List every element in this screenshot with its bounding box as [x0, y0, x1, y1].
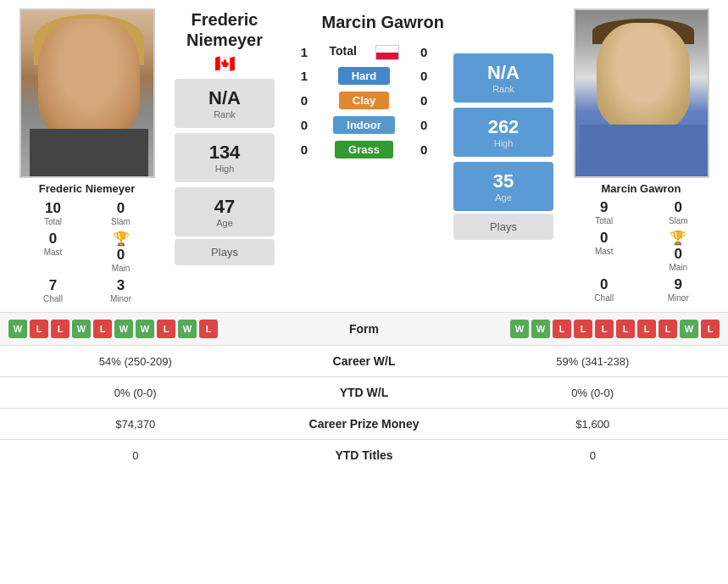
- form-badge: L: [595, 320, 614, 338]
- form-badge: L: [93, 320, 112, 338]
- grass-surface-label: Grass: [318, 141, 410, 159]
- form-badge: L: [616, 320, 635, 338]
- right-stat-cards: N/A Rank 262 High 35 Age Plays: [444, 8, 563, 303]
- form-badge: L: [30, 320, 48, 338]
- left-trophy-icon: 🏆: [113, 231, 130, 247]
- form-label: Form: [349, 322, 379, 336]
- form-badge: W: [510, 320, 529, 338]
- ytd-wl-row: 0% (0-0) YTD W/L 0% (0-0): [0, 376, 728, 408]
- form-badge: L: [659, 320, 677, 338]
- left-stats-grid: 10 Total 0 Slam 0 Mast 🏆 0 Main: [21, 200, 153, 303]
- right-high-card: 262 High: [453, 108, 553, 157]
- form-badge: W: [680, 320, 698, 338]
- form-badge: L: [199, 320, 218, 338]
- right-player-col: Marcin Gawron 9 Total 0 Slam 0 Mast: [563, 8, 720, 303]
- form-badge: L: [553, 320, 571, 338]
- left-career-wl: 54% (250-209): [0, 347, 271, 376]
- left-form-badges: WLLWLWWLWL: [8, 320, 218, 338]
- form-badge: W: [8, 320, 27, 338]
- left-ytd-wl: 0% (0-0): [0, 378, 271, 408]
- left-player-photo: [19, 8, 155, 178]
- left-stat-cards: Frederic Niemeyer 🇨🇦 N/A Rank 134 High 4…: [165, 8, 284, 303]
- right-player-photo: [574, 8, 709, 178]
- left-ytd-titles: 0: [0, 441, 271, 470]
- left-age-card: 47 Age: [175, 187, 275, 236]
- total-label: Total: [318, 44, 410, 60]
- indoor-surface-label: Indoor: [318, 116, 410, 134]
- left-slam-stat: 0 Slam: [89, 200, 153, 226]
- right-career-wl: 59% (341-238): [458, 347, 729, 376]
- left-chall-stat: 7 Chall: [21, 277, 85, 303]
- left-high-card: 134 High: [175, 133, 275, 182]
- left-mast-stat: 0 Mast: [21, 231, 85, 273]
- career-wl-label: Career W/L: [271, 346, 458, 376]
- form-badge: W: [72, 320, 91, 338]
- career-prize-row: $74,370 Career Prize Money $1,600: [0, 408, 728, 439]
- left-player-big-name: Frederic Niemeyer: [186, 9, 263, 50]
- right-age-card: 35 Age: [453, 162, 553, 211]
- match-clay-row: 0 Clay 0: [284, 88, 444, 113]
- main-layout: Frederic Niemeyer 10 Total 0 Slam 0 Mast: [0, 0, 728, 470]
- form-row: WLLWLWWLWL Form WWLLLLLLWL: [0, 312, 728, 345]
- ytd-titles-label: YTD Titles: [271, 440, 458, 470]
- form-badge: W: [136, 320, 154, 338]
- clay-surface-label: Clay: [318, 92, 410, 109]
- right-ytd-titles: 0: [458, 441, 729, 470]
- right-minor-stat: 9 Minor: [643, 276, 714, 303]
- left-total-stat: 10 Total: [21, 200, 85, 226]
- career-wl-row: 54% (250-209) Career W/L 59% (341-238): [0, 345, 728, 376]
- right-trophy-icon: 🏆: [670, 230, 686, 246]
- form-badge: L: [637, 320, 656, 338]
- form-badge: L: [157, 320, 175, 338]
- header-row: Frederic Niemeyer 10 Total 0 Slam 0 Mast: [0, 0, 728, 312]
- form-badge: W: [531, 320, 550, 338]
- right-ytd-wl: 0% (0-0): [458, 378, 729, 408]
- center-col: Marcin Gawron 1 Total 0 1 Hard: [284, 8, 444, 303]
- left-player-name-below: Frederic Niemeyer: [39, 182, 135, 195]
- right-player-center-name: Marcin Gawron: [322, 13, 444, 32]
- form-badge: L: [51, 320, 69, 338]
- match-hard-row: 1 Hard 0: [284, 64, 444, 88]
- right-stats-grid: 9 Total 0 Slam 0 Mast 🏆 0 Main: [570, 199, 714, 303]
- left-career-prize: $74,370: [0, 409, 271, 439]
- right-total-stat: 9 Total: [570, 199, 640, 225]
- left-plays-card: Plays: [175, 239, 275, 265]
- left-flag: 🇨🇦: [214, 53, 236, 74]
- right-form-badges: WWLLLLLLWL: [510, 320, 720, 338]
- match-total-row: 1 Total 0: [284, 41, 444, 64]
- ytd-wl-label: YTD W/L: [271, 377, 458, 408]
- hard-surface-label: Hard: [318, 67, 410, 85]
- form-badge: W: [178, 320, 197, 338]
- form-badge: L: [574, 320, 592, 338]
- right-rank-card: N/A Rank: [453, 53, 553, 103]
- form-badge: L: [701, 320, 720, 338]
- right-slam-stat: 0 Slam: [643, 199, 714, 225]
- right-main-stat: 🏆 0 Main: [643, 230, 714, 272]
- right-mast-stat: 0 Mast: [570, 230, 640, 272]
- right-career-prize: $1,600: [458, 409, 729, 439]
- ytd-titles-row: 0 YTD Titles 0: [0, 439, 728, 470]
- right-player-name-below: Marcin Gawron: [602, 182, 681, 195]
- match-header: Marcin Gawron: [284, 8, 444, 41]
- right-plays-card: Plays: [453, 214, 553, 240]
- right-chall-stat: 0 Chall: [570, 276, 640, 303]
- match-indoor-row: 0 Indoor 0: [284, 113, 444, 137]
- poland-flag-icon: [375, 45, 399, 60]
- left-player-col: Frederic Niemeyer 10 Total 0 Slam 0 Mast: [8, 8, 165, 303]
- left-main-stat: 🏆 0 Main: [89, 231, 153, 273]
- left-rank-card: N/A Rank: [175, 79, 275, 128]
- form-badge: W: [114, 320, 133, 338]
- bottom-section: 54% (250-209) Career W/L 59% (341-238) 0…: [0, 345, 728, 470]
- career-prize-label: Career Prize Money: [271, 409, 458, 439]
- left-minor-stat: 3 Minor: [89, 277, 153, 303]
- match-grass-row: 0 Grass 0: [284, 137, 444, 162]
